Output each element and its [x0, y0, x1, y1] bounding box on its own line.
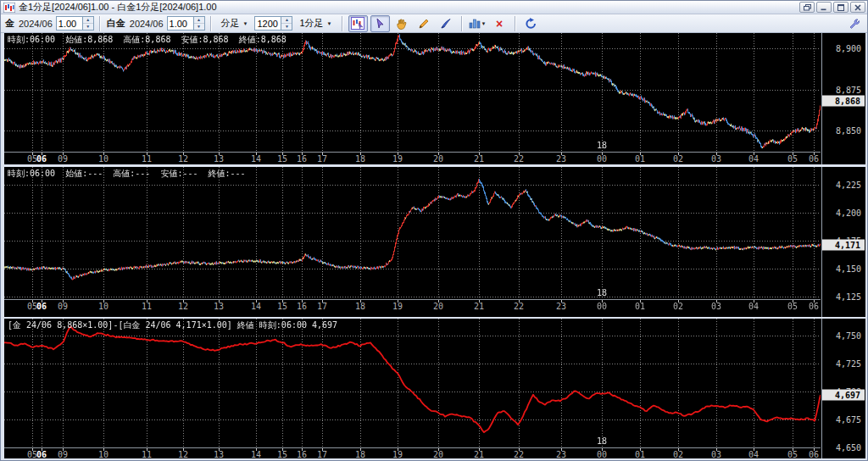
x-axis-label: 12: [178, 154, 188, 164]
x-axis-label: 16: [297, 154, 307, 164]
x-axis-label: 13: [214, 450, 224, 458]
y-axis-label: 4,750: [836, 331, 861, 341]
float-window-button[interactable]: [799, 2, 815, 13]
x-axis-label: 22: [514, 302, 524, 311]
chart-cursor-mode-icon: [351, 17, 364, 30]
indicator-dropdown-button[interactable]: ▼: [468, 15, 487, 32]
refresh-button[interactable]: [521, 15, 541, 32]
x-axis-label: 03: [711, 302, 721, 311]
platinum-x-axis: 0506091011121314151617181920212223000102…: [4, 299, 821, 317]
gold-y-axis: 8,9008,8758,8508,868: [821, 33, 865, 164]
spin-down-icon[interactable]: ▼: [83, 24, 93, 30]
spread-current-price-box: 4,697: [822, 390, 865, 401]
x-axis-label: 20: [433, 154, 443, 164]
x-axis-label: 01: [635, 302, 645, 311]
spread-chart-canvas[interactable]: [4, 319, 821, 447]
gold-multiplier-input[interactable]: [57, 17, 82, 30]
x-axis-label: 10: [98, 450, 108, 458]
minimize-button[interactable]: [816, 2, 832, 13]
spread-y-axis: 4,7504,7254,7004,6754,6504,697: [821, 319, 865, 458]
indicator-bars-icon: [469, 18, 481, 29]
x-axis-label: 03: [711, 154, 721, 164]
gold-chart-canvas[interactable]: [4, 33, 821, 152]
y-axis-label: 8,900: [836, 44, 861, 53]
platinum-chart-canvas[interactable]: [4, 167, 821, 299]
pen-icon: [440, 18, 452, 30]
y-axis-label: 4,650: [836, 443, 861, 453]
x-axis-label: 22: [514, 450, 524, 458]
spin-down-icon[interactable]: ▼: [194, 24, 204, 30]
spin-up-icon[interactable]: ▲: [194, 17, 204, 24]
title-bar[interactable]: 金1分足[2024/06]1.00 - 白金1分足[2024/06]1.00: [1, 1, 867, 14]
x-axis-label: 11: [142, 450, 152, 458]
maximize-button[interactable]: [833, 2, 849, 13]
y-axis-label: 4,150: [836, 264, 861, 274]
spin-up-icon[interactable]: ▲: [83, 17, 93, 24]
select-tool-button[interactable]: [370, 15, 390, 32]
x-axis-label: 04: [748, 154, 759, 164]
period-type-dropdown[interactable]: 分足 ▼: [217, 15, 253, 31]
toolbar-separator: [342, 16, 343, 31]
hand-pan-icon: [396, 18, 408, 30]
x-axis-label: 00: [597, 450, 607, 458]
gold-x-axis: 0506091011121314151617181920212223000102…: [4, 152, 821, 164]
x-axis-label: 20: [433, 450, 443, 458]
period-dropdown[interactable]: 1分足 ▼: [295, 15, 336, 31]
chart-panel-spread: [金 24/06 8,868×1.00]-[白金 24/06 4,171×1.0…: [4, 319, 865, 458]
toolbar-separator: [461, 16, 463, 31]
spread-x-axis: 0506091011121314151617181920212223000102…: [4, 447, 821, 458]
x-axis-label: 05: [787, 154, 798, 164]
x-axis-label: 19: [392, 302, 403, 311]
chart-panel-platinum: 時刻:06:00 始値:--- 高値:--- 安値:--- 終値:---4,22…: [4, 167, 865, 317]
spin-up-icon[interactable]: ▲: [281, 17, 292, 24]
pen-draw-button[interactable]: [437, 15, 456, 32]
period-type-label: 分足: [221, 17, 240, 30]
spread-info-line: [金 24/06 8,868×1.00]-[白金 24/06 4,171×1.0…: [8, 319, 337, 331]
close-icon: [854, 4, 861, 11]
close-button[interactable]: [850, 2, 865, 13]
settings-wrench-button[interactable]: [844, 15, 864, 32]
x-axis-label: 21: [474, 154, 484, 164]
gold-multiplier-spinner: ▲▼: [56, 16, 94, 31]
gold-multiplier-spin-buttons[interactable]: ▲▼: [82, 17, 93, 30]
x-axis-label: 22: [514, 154, 524, 164]
platinum-multiplier-input[interactable]: [168, 17, 193, 30]
x-axis-label: 02: [673, 450, 683, 458]
x-axis-label: 00: [597, 302, 607, 311]
pencil-draw-button[interactable]: [415, 15, 434, 32]
x-axis-label: 15: [277, 450, 287, 458]
chart-panels: 時刻:06:00 始値:8,868 高値:8,868 安値:8,868 終値:8…: [4, 33, 865, 458]
x-axis-label: 09: [58, 450, 68, 458]
x-axis-label: 21: [474, 302, 484, 311]
refresh-icon: [525, 18, 537, 30]
x-axis-label: 06: [36, 302, 47, 311]
x-axis-label: 04: [748, 302, 759, 311]
bar-count-input[interactable]: [255, 17, 281, 30]
x-axis-label: 21: [474, 450, 484, 458]
x-axis-label: 06: [36, 154, 47, 164]
bar-count-spinner: ▲▼: [254, 16, 292, 31]
x-axis-label: 11: [142, 302, 152, 311]
chart-cursor-mode-button[interactable]: [348, 15, 368, 32]
bar-count-spin-buttons[interactable]: ▲▼: [281, 17, 292, 30]
clear-delete-button[interactable]: ×: [490, 15, 509, 32]
y-axis-label: 8,875: [836, 86, 861, 95]
app-window: 金1分足[2024/06]1.00 - 白金1分足[2024/06]1.00: [0, 0, 868, 461]
delete-x-icon: ×: [496, 18, 503, 30]
platinum-multiplier-spin-buttons[interactable]: ▲▼: [193, 17, 204, 30]
x-axis-label: 23: [556, 450, 566, 458]
pencil-icon: [418, 18, 430, 30]
hand-pan-button[interactable]: [392, 15, 412, 32]
gold-label: 金: [4, 17, 15, 30]
x-axis-label: 16: [297, 450, 307, 458]
platinum-info-line: 時刻:06:00 始値:--- 高値:--- 安値:--- 終値:---: [8, 168, 246, 180]
platinum-label: 白金: [106, 17, 126, 30]
x-axis-label: 01: [635, 450, 645, 458]
x-axis-label: 13: [214, 154, 224, 164]
caret-down-icon: ▼: [327, 21, 332, 26]
x-axis-label: 02: [673, 302, 683, 311]
spin-down-icon[interactable]: ▼: [281, 24, 292, 30]
platinum-month: 2024/06: [129, 19, 164, 29]
y-axis-label: 4,200: [836, 208, 861, 218]
platinum-multiplier-spinner: ▲▼: [167, 16, 205, 31]
